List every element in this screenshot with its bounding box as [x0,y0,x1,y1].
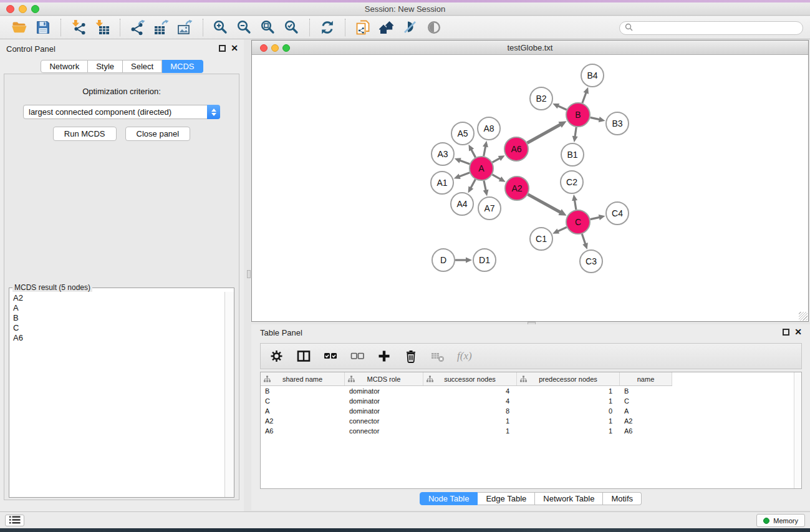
tab-edge-table[interactable]: Edge Table [478,492,535,505]
cell-mcds_role[interactable]: dominator [345,406,423,416]
import-table-icon[interactable] [92,18,112,37]
graph-node-B2[interactable]: B2 [530,87,552,110]
task-history-button[interactable] [5,515,24,526]
tab-node-table[interactable]: Node Table [420,492,478,505]
graph-edge-A2-C[interactable] [528,195,567,216]
graph-node-D1[interactable]: D1 [473,249,496,271]
cell-mcds_role[interactable]: dominator [345,396,423,406]
network-minimize-traffic-light[interactable] [271,44,279,52]
graph-edge-C-C2[interactable] [572,195,577,210]
network-canvas[interactable]: AA1A2A3A4A5A6A7A8BB1B2B3B4CC1C2C3C4DD1 [252,56,808,321]
clone-network-icon[interactable] [353,18,373,37]
mcds-result-scrollbar[interactable] [224,292,234,497]
graph-node-A3[interactable]: A3 [432,143,454,165]
graph-node-A1[interactable]: A1 [431,172,453,194]
cell-successor_nodes[interactable]: 1 [423,426,517,436]
zoom-selected-icon[interactable] [282,18,302,37]
table-float-panel-icon[interactable] [783,329,789,336]
table-row[interactable]: Bdominator41B [261,386,801,396]
cell-name[interactable]: A2 [620,416,672,426]
cell-shared_name[interactable]: A [261,406,345,416]
graph-edge-A-A4[interactable] [468,180,476,193]
graph-edge-A-A6[interactable] [492,155,504,162]
cell-predecessor_nodes[interactable]: 1 [517,396,620,406]
graph-node-A7[interactable]: A7 [478,197,501,220]
table-row[interactable]: Adominator80A [261,406,801,416]
graph-edge-A-A3[interactable] [455,158,470,164]
graph-edge-A-A1[interactable] [454,173,470,179]
network-zoom-traffic-light[interactable] [282,44,290,52]
graph-node-B1[interactable]: B1 [561,143,584,166]
home-icon[interactable] [377,18,397,37]
graph-edge-C-C1[interactable] [552,227,567,233]
split-divider-grip-left[interactable] [247,270,251,278]
graph-edge-C-C4[interactable] [591,215,605,220]
tab-mcds[interactable]: MCDS [162,60,203,73]
cell-shared_name[interactable]: B [261,386,345,396]
select-all-icon[interactable] [323,349,338,364]
graph-edge-D-D1[interactable] [455,258,472,263]
mcds-result-item[interactable]: A [10,303,224,313]
cell-name[interactable]: A [620,406,672,416]
column-header-mcds_role[interactable]: MCDS role [345,372,423,385]
graph-node-A[interactable]: A [470,157,493,180]
save-session-icon[interactable] [33,18,53,37]
graph-edge-B-B1[interactable] [572,127,578,142]
cell-name[interactable]: C [620,396,672,406]
graph-edge-C-C3[interactable] [582,234,587,249]
graph-node-C[interactable]: C [566,210,590,234]
float-panel-icon[interactable] [219,45,226,52]
search-box[interactable] [619,21,803,35]
minimize-window-traffic-light[interactable] [19,5,27,13]
cell-mcds_role[interactable]: dominator [345,386,423,396]
tab-style[interactable]: Style [88,60,123,73]
cell-mcds_role[interactable]: connector [345,426,423,436]
zoom-out-icon[interactable] [234,18,254,37]
table-row[interactable]: Cdominator41C [261,396,801,406]
graph-node-B4[interactable]: B4 [581,64,604,87]
tab-select[interactable]: Select [123,60,162,73]
graph-node-A4[interactable]: A4 [451,193,473,215]
graph-edge-B-B3[interactable] [591,117,605,122]
graph-node-C1[interactable]: C1 [530,228,552,250]
column-header-shared_name[interactable]: shared name [261,372,345,385]
graph-edge-A6-B[interactable] [527,121,566,143]
memory-button[interactable]: Memory [756,514,805,527]
column-header-successor_nodes[interactable]: successor nodes [423,372,517,385]
cell-name[interactable]: B [620,386,672,396]
zoom-fit-icon[interactable] [258,18,278,37]
cell-successor_nodes[interactable]: 4 [423,396,517,406]
graph-edge-A-A8[interactable] [483,141,488,157]
cell-successor_nodes[interactable]: 1 [423,416,517,426]
column-header-name[interactable]: name [620,372,672,385]
add-row-icon[interactable] [377,349,392,364]
close-panel-icon[interactable]: ✕ [231,44,238,52]
export-table-icon[interactable] [152,18,171,37]
window-resize-grip[interactable] [799,312,808,321]
mcds-result-item[interactable]: B [10,313,224,323]
cell-name[interactable]: A6 [620,426,672,436]
cell-successor_nodes[interactable]: 8 [423,406,517,416]
graph-node-A8[interactable]: A8 [478,117,500,140]
graph-edge-A-A5[interactable] [468,145,475,158]
cell-predecessor_nodes[interactable]: 0 [517,406,620,416]
tab-network[interactable]: Network [41,60,88,73]
tab-network-table[interactable]: Network Table [535,492,603,505]
mcds-result-item[interactable]: A6 [10,333,224,343]
network-close-traffic-light[interactable] [260,44,268,52]
cell-shared_name[interactable]: A2 [261,416,345,426]
search-input[interactable] [636,22,803,34]
zoom-in-icon[interactable] [211,18,231,37]
close-panel-button[interactable]: Close panel [125,127,191,141]
table-scrollbar[interactable] [794,372,801,488]
zoom-window-traffic-light[interactable] [31,5,39,13]
cell-shared_name[interactable]: A6 [261,426,345,436]
cell-successor_nodes[interactable]: 4 [423,386,517,396]
table-row[interactable]: A6connector11A6 [261,426,801,436]
graph-node-C2[interactable]: C2 [561,171,583,193]
graph-node-C3[interactable]: C3 [580,250,602,273]
deselect-all-icon[interactable] [350,349,365,364]
graph-node-A2[interactable]: A2 [505,177,529,200]
open-file-icon[interactable] [9,18,29,37]
cell-predecessor_nodes[interactable]: 1 [517,426,620,436]
